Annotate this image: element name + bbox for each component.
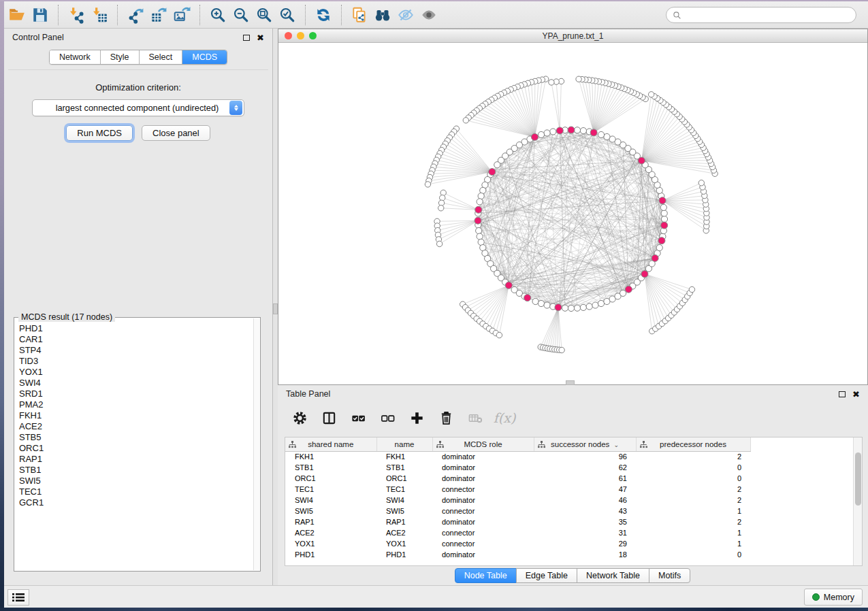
mcds-node[interactable] xyxy=(658,237,665,244)
table-cell[interactable]: SWI5 xyxy=(376,506,432,516)
table-row[interactable]: STB1STB1dominator620 xyxy=(285,462,750,473)
mcds-node[interactable] xyxy=(556,127,563,134)
mcds-result-item[interactable]: STB5 xyxy=(19,432,256,443)
table-row[interactable]: FKH1FKH1dominator962 xyxy=(285,451,750,462)
mcds-result-item[interactable]: ORC1 xyxy=(19,443,256,454)
table-cell[interactable]: 43 xyxy=(534,506,636,516)
table-cell[interactable]: 29 xyxy=(534,538,636,549)
tab-select[interactable]: Select xyxy=(140,50,183,64)
table-cell[interactable]: SWI4 xyxy=(376,495,432,506)
table-cell[interactable]: YOX1 xyxy=(285,538,376,549)
table-cell[interactable]: connector xyxy=(432,527,534,538)
table-cell[interactable]: dominator xyxy=(432,516,534,527)
table-scrollbar[interactable] xyxy=(853,437,862,565)
table-cell[interactable]: RAP1 xyxy=(376,516,432,527)
mcds-node[interactable] xyxy=(661,222,668,229)
import-network-button[interactable] xyxy=(65,3,88,27)
tab-mcds[interactable]: MCDS xyxy=(182,50,227,64)
table-cell[interactable]: FKH1 xyxy=(285,451,376,462)
table-cell[interactable]: PHD1 xyxy=(285,549,376,560)
zoom-fit-button[interactable] xyxy=(253,3,276,27)
mcds-result-item[interactable]: PMA2 xyxy=(19,399,256,410)
table-cell[interactable]: connector xyxy=(432,506,534,516)
duplicate-network-button[interactable] xyxy=(348,3,371,27)
mcds-node[interactable] xyxy=(475,206,482,213)
close-panel-button[interactable]: Close panel xyxy=(142,125,210,141)
zoom-selected-button[interactable] xyxy=(276,3,299,27)
mcds-node[interactable] xyxy=(641,271,648,278)
table-cell[interactable]: 0 xyxy=(636,549,750,560)
column-header-mcds-role[interactable]: MCDS role xyxy=(432,437,534,451)
table-cell[interactable]: ACE2 xyxy=(376,527,432,538)
mcds-node[interactable] xyxy=(568,127,575,133)
add-column-button[interactable] xyxy=(407,408,426,427)
table-cell[interactable]: 1 xyxy=(636,527,750,538)
tab-motifs[interactable]: Motifs xyxy=(649,568,690,583)
mcds-node[interactable] xyxy=(524,295,531,301)
mcds-result-item[interactable]: SWI4 xyxy=(19,378,256,389)
table-cell[interactable]: ORC1 xyxy=(376,473,432,484)
float-panel-icon[interactable] xyxy=(243,35,250,41)
table-settings-button[interactable] xyxy=(290,408,309,427)
table-cell[interactable]: STB1 xyxy=(376,462,432,473)
select-all-rows-button[interactable] xyxy=(349,408,368,427)
mcds-result-item[interactable]: STP4 xyxy=(19,345,256,356)
mcds-result-item[interactable]: TEC1 xyxy=(19,486,256,497)
close-panel-icon[interactable]: ✖ xyxy=(257,33,264,42)
tab-edge-table[interactable]: Edge Table xyxy=(516,568,577,583)
minimize-window-button[interactable] xyxy=(297,32,304,39)
table-row[interactable]: SWI4SWI4dominator462 xyxy=(285,495,750,506)
open-file-button[interactable] xyxy=(5,3,29,27)
table-cell[interactable]: 62 xyxy=(534,462,636,473)
table-cell[interactable]: STB1 xyxy=(285,462,376,473)
mcds-node[interactable] xyxy=(475,217,481,224)
mcds-result-item[interactable]: YOX1 xyxy=(19,367,256,378)
mcds-node[interactable] xyxy=(659,197,666,204)
table-cell[interactable]: TEC1 xyxy=(376,484,432,495)
table-row[interactable]: PHD1PHD1dominator180 xyxy=(285,549,750,560)
delete-table-button[interactable] xyxy=(466,408,485,427)
table-cell[interactable]: 35 xyxy=(534,516,636,527)
mcds-node[interactable] xyxy=(555,304,562,311)
table-cell[interactable]: connector xyxy=(432,484,534,495)
network-canvas[interactable] xyxy=(278,43,867,384)
mcds-result-item[interactable]: SWI5 xyxy=(19,476,256,486)
table-cell[interactable]: 2 xyxy=(636,451,750,462)
column-header-successor-nodes[interactable]: successor nodes⌄ xyxy=(534,437,636,451)
table-cell[interactable]: TEC1 xyxy=(285,484,376,495)
refresh-button[interactable] xyxy=(312,3,335,27)
column-header-shared-name[interactable]: shared name xyxy=(285,437,376,451)
table-cell[interactable]: 61 xyxy=(534,473,636,484)
table-cell[interactable]: 1 xyxy=(636,538,750,549)
table-cell[interactable]: 31 xyxy=(534,527,636,538)
mcds-node[interactable] xyxy=(505,282,512,288)
tab-style[interactable]: Style xyxy=(101,50,140,64)
table-cell[interactable]: 1 xyxy=(636,506,750,516)
table-row[interactable]: TEC1TEC1connector472 xyxy=(285,484,750,495)
table-cell[interactable]: 18 xyxy=(534,549,636,560)
export-table-button[interactable] xyxy=(147,3,170,27)
mcds-list-scrollbar[interactable] xyxy=(253,318,259,570)
mcds-result-item[interactable]: SRD1 xyxy=(19,389,256,399)
mcds-node[interactable] xyxy=(638,157,645,164)
table-row[interactable]: ORC1ORC1dominator610 xyxy=(285,473,750,484)
export-image-button[interactable] xyxy=(170,3,193,27)
table-cell[interactable]: ACE2 xyxy=(285,527,376,538)
export-network-button[interactable] xyxy=(124,3,147,27)
mcds-node[interactable] xyxy=(652,254,658,261)
mcds-result-item[interactable]: RAP1 xyxy=(19,454,256,465)
maximize-window-button[interactable] xyxy=(309,32,317,39)
table-cell[interactable]: YOX1 xyxy=(376,538,432,549)
delete-column-button[interactable] xyxy=(436,408,455,427)
float-panel-icon[interactable] xyxy=(839,391,846,397)
table-cell[interactable]: 47 xyxy=(534,484,636,495)
table-cell[interactable]: dominator xyxy=(432,451,534,462)
table-cell[interactable]: connector xyxy=(432,538,534,549)
import-table-button[interactable] xyxy=(88,3,111,27)
mcds-result-item[interactable]: PHD1 xyxy=(19,323,256,334)
table-cell[interactable]: dominator xyxy=(432,473,534,484)
table-row[interactable]: YOX1YOX1connector291 xyxy=(285,538,750,549)
memory-button[interactable]: Memory xyxy=(804,589,863,606)
table-cell[interactable]: RAP1 xyxy=(285,516,376,527)
mcds-result-item[interactable]: STB1 xyxy=(19,465,256,476)
